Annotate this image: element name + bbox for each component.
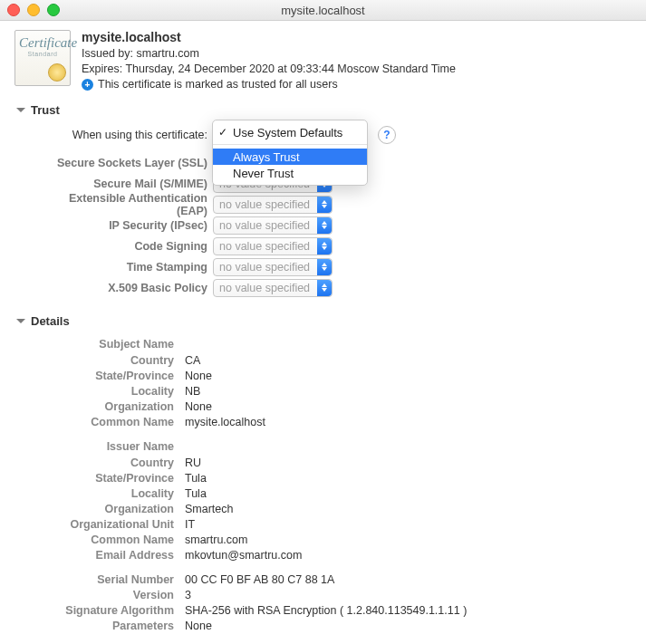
- ipsec-trust-select[interactable]: no value specified: [213, 216, 333, 235]
- issuer-state-label: State/Province: [40, 471, 174, 486]
- trusted-line: + This certificate is marked as trusted …: [82, 77, 632, 92]
- sigalg-label: Signature Algorithm: [40, 603, 174, 619]
- trust-option-never-trust[interactable]: Never Trust: [213, 165, 367, 181]
- issuer-org: Smartech: [185, 502, 234, 517]
- sigalg-value: SHA-256 with RSA Encryption ( 1.2.840.11…: [185, 603, 467, 619]
- help-button[interactable]: ?: [378, 126, 396, 144]
- chevron-updown-icon: [317, 259, 332, 275]
- issuer-locality: Tula: [185, 486, 207, 502]
- trust-row-label: X.509 Basic Policy: [40, 282, 207, 294]
- trust-row-label: Extensible Authentication (EAP): [40, 192, 207, 217]
- select-value: no value specified: [214, 198, 317, 211]
- params-value: None: [185, 619, 212, 634]
- close-button[interactable]: [7, 4, 20, 16]
- issuer-state: Tula: [185, 471, 207, 486]
- timestamping-trust-select[interactable]: no value specified: [213, 258, 333, 276]
- trust-section-header[interactable]: Trust: [14, 103, 632, 117]
- window-title: mysite.localhost: [0, 4, 646, 17]
- version-value: 3: [185, 588, 191, 603]
- subject-org: None: [185, 399, 212, 415]
- certificate-icon-sub: Standard: [19, 51, 66, 57]
- codesigning-trust-select[interactable]: no value specified: [213, 237, 333, 255]
- serial-value: 00 CC F0 BF AB 80 C7 88 1A: [185, 572, 334, 588]
- certificate-icon-word: Certificate: [19, 36, 66, 49]
- chevron-updown-icon: [317, 280, 332, 296]
- trust-row-label: Code Signing: [40, 240, 207, 253]
- issuer-cn-label: Common Name: [40, 533, 174, 548]
- trust-row-label: Secure Sockets Layer (SSL): [40, 157, 207, 169]
- trusted-text: This certificate is marked as trusted fo…: [98, 77, 338, 92]
- issuer-locality-label: Locality: [40, 486, 174, 502]
- traffic-lights: [7, 4, 60, 16]
- issuer-email-label: Email Address: [40, 548, 174, 563]
- subject-country-label: Country: [40, 353, 174, 369]
- select-value: no value specified: [214, 219, 317, 232]
- trust-row-label: IP Security (IPsec): [40, 219, 207, 232]
- issuer-ou: IT: [185, 517, 195, 533]
- version-label: Version: [40, 588, 174, 603]
- chevron-updown-icon: [317, 238, 332, 255]
- details-section-header[interactable]: Details: [14, 314, 632, 328]
- subject-locality-label: Locality: [40, 384, 174, 399]
- issued-by-label: Issued by:: [82, 47, 133, 60]
- disclosure-triangle-icon[interactable]: [16, 108, 25, 112]
- dropdown-separator: [213, 144, 367, 145]
- chevron-updown-icon: [317, 217, 332, 234]
- params-label: Parameters: [40, 619, 174, 634]
- issuer-name-title: Issuer Name: [40, 439, 174, 455]
- subject-country: CA: [185, 353, 200, 369]
- select-value: no value specified: [214, 261, 317, 274]
- trust-option-use-defaults[interactable]: Use System Defaults: [213, 124, 367, 140]
- certificate-icon: Certificate Standard: [14, 30, 71, 86]
- subject-cn-label: Common Name: [40, 415, 174, 430]
- eap-trust-select[interactable]: no value specified: [213, 196, 333, 214]
- select-value: no value specified: [214, 240, 317, 253]
- details-section-title: Details: [31, 314, 70, 328]
- issuer-org-label: Organization: [40, 502, 174, 517]
- issued-by-line: Issued by: smartru.com: [82, 46, 632, 62]
- trust-section-title: Trust: [31, 103, 60, 117]
- expires-value: Thursday, 24 December 2020 at 09:33:44 M…: [125, 62, 456, 75]
- subject-state-label: State/Province: [40, 369, 174, 384]
- when-using-label: When using this certificate:: [40, 129, 207, 141]
- trust-option-always-trust[interactable]: Always Trust: [213, 149, 367, 165]
- expires-line: Expires: Thursday, 24 December 2020 at 0…: [82, 62, 632, 77]
- subject-org-label: Organization: [40, 399, 174, 415]
- trusted-plus-icon: +: [82, 79, 93, 91]
- subject-locality: NB: [185, 384, 200, 399]
- trust-row-label: Time Stamping: [40, 261, 207, 274]
- x509-trust-select[interactable]: no value specified: [213, 279, 333, 297]
- serial-label: Serial Number: [40, 572, 174, 588]
- issuer-country: RU: [185, 456, 201, 471]
- subject-cn: mysite.localhost: [185, 415, 265, 430]
- chevron-updown-icon: [317, 197, 332, 213]
- subject-state: None: [185, 369, 212, 384]
- issued-by-value: smartru.com: [136, 47, 198, 60]
- titlebar: mysite.localhost: [0, 0, 646, 21]
- certificate-seal-icon: [48, 63, 66, 82]
- certificate-header: Certificate Standard mysite.localhost Is…: [14, 30, 632, 92]
- issuer-ou-label: Organizational Unit: [40, 517, 174, 533]
- disclosure-triangle-icon[interactable]: [16, 319, 25, 323]
- expires-label: Expires:: [82, 62, 122, 75]
- trust-policy-dropdown[interactable]: Use System Defaults Always Trust Never T…: [212, 120, 368, 186]
- trust-row-label: Secure Mail (S/MIME): [40, 178, 207, 190]
- minimize-button[interactable]: [27, 4, 40, 16]
- issuer-country-label: Country: [40, 456, 174, 471]
- issuer-email: mkovtun@smartru.com: [185, 548, 302, 563]
- select-value: no value specified: [214, 282, 317, 294]
- issuer-cn: smartru.com: [185, 533, 247, 548]
- certificate-common-name: mysite.localhost: [82, 30, 632, 44]
- subject-name-title: Subject Name: [40, 337, 174, 352]
- fullscreen-button[interactable]: [47, 4, 60, 16]
